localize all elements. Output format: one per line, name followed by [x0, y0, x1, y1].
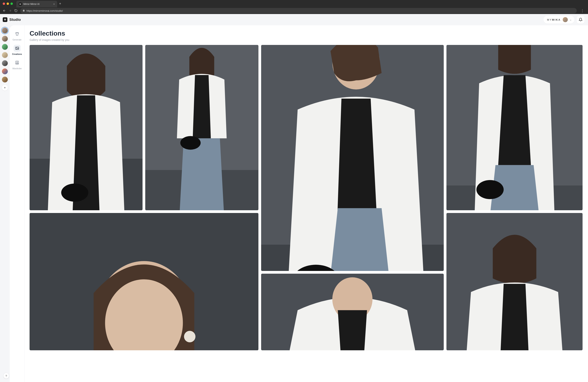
back-icon[interactable] [3, 9, 6, 12]
tab-title: Mirror Mirror AI [23, 3, 40, 5]
window-controls [3, 2, 13, 5]
window-minimize[interactable] [7, 2, 9, 5]
tab-close-icon[interactable]: × [53, 2, 55, 6]
browser-tab[interactable]: M Mirror Mirror AI × [16, 1, 57, 7]
window-close[interactable] [3, 2, 5, 5]
forward-icon[interactable] [9, 9, 12, 12]
new-tab-button[interactable]: + [59, 2, 61, 6]
url-input[interactable]: https://mirrormirrorai.com/studio/ [20, 8, 577, 13]
tab-bar: M Mirror Mirror AI × + [0, 0, 588, 7]
reload-icon[interactable] [14, 9, 18, 12]
window-maximize[interactable] [10, 2, 13, 5]
url-text: https://mirrormirrorai.com/studio/ [26, 9, 63, 12]
lock-icon [22, 9, 25, 12]
browser-menu-icon[interactable]: ⋮ [579, 9, 585, 13]
browser-chrome: M Mirror Mirror AI × + https://mirrormir… [0, 0, 588, 14]
favicon-icon: M [19, 2, 22, 6]
address-bar: https://mirrormirrorai.com/studio/ ⋮ [0, 7, 588, 14]
